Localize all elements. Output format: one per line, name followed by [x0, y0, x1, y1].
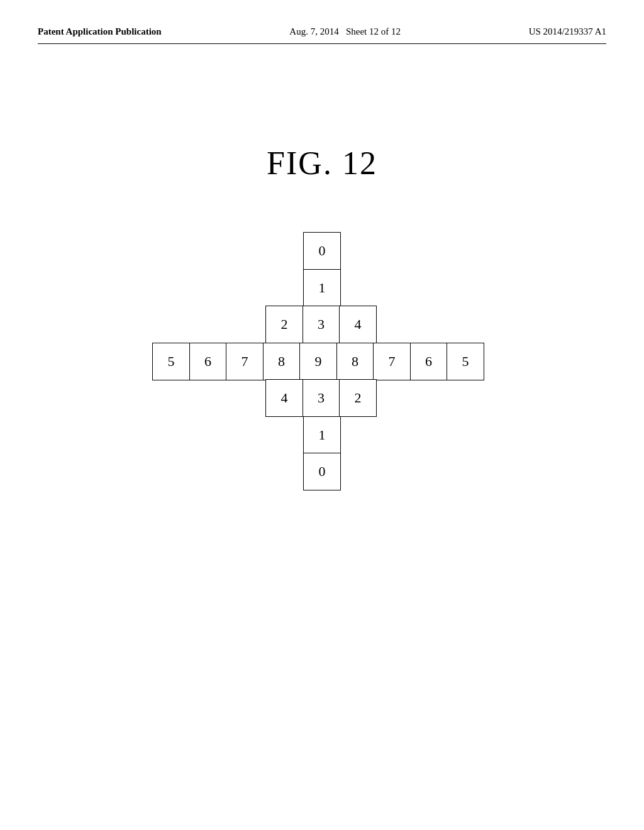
- row-3: 2 3 4: [152, 306, 492, 343]
- header-center: Aug. 7, 2014 Sheet 12 of 12: [289, 25, 401, 38]
- row-7: 0: [152, 453, 492, 490]
- row-4-full: 5 6 7 8 9 8 7 6 5: [152, 343, 492, 380]
- cell-8-left: 8: [263, 343, 301, 380]
- row-6: 1: [152, 416, 492, 454]
- page: Patent Application Publication Aug. 7, 2…: [0, 0, 644, 830]
- cell-0-bot: 0: [303, 453, 341, 490]
- cell-8-right: 8: [336, 343, 374, 380]
- sheet-info: Sheet 12 of 12: [346, 26, 401, 36]
- cell-2-right-bot: 2: [339, 379, 377, 417]
- cell-9-center: 9: [299, 343, 337, 380]
- cell-4-right: 4: [339, 306, 377, 343]
- cell-7-left: 7: [226, 343, 264, 380]
- patent-number: US 2014/219337 A1: [529, 26, 606, 36]
- publication-date: Aug. 7, 2014: [289, 26, 338, 36]
- cell-3-mid: 3: [303, 306, 340, 343]
- cell-2-left: 2: [265, 306, 303, 343]
- publication-label: Patent Application Publication: [38, 26, 162, 36]
- cross-grid: 0 1 2 3 4 5 6 7 8: [152, 232, 492, 490]
- cell-5-left: 5: [152, 343, 190, 380]
- row-2: 1: [152, 269, 492, 307]
- cell-3-mid-bot: 3: [303, 379, 340, 417]
- cell-4-left-bot: 4: [265, 379, 303, 417]
- row-1: 0: [152, 232, 492, 270]
- row-5: 4 3 2: [152, 379, 492, 417]
- header-right: US 2014/219337 A1: [529, 25, 606, 38]
- cell-6-left: 6: [189, 343, 227, 380]
- figure-title: FIG. 12: [38, 145, 606, 182]
- diagram-container: 0 1 2 3 4 5 6 7 8: [38, 232, 606, 490]
- cell-7-right: 7: [373, 343, 411, 380]
- cell-5-right: 5: [447, 343, 484, 380]
- header: Patent Application Publication Aug. 7, 2…: [38, 25, 606, 44]
- cell-0-top: 0: [303, 232, 341, 270]
- header-left: Patent Application Publication: [38, 25, 162, 38]
- cell-1-top: 1: [303, 269, 341, 307]
- cell-1-bot: 1: [303, 416, 341, 454]
- cell-6-right: 6: [410, 343, 448, 380]
